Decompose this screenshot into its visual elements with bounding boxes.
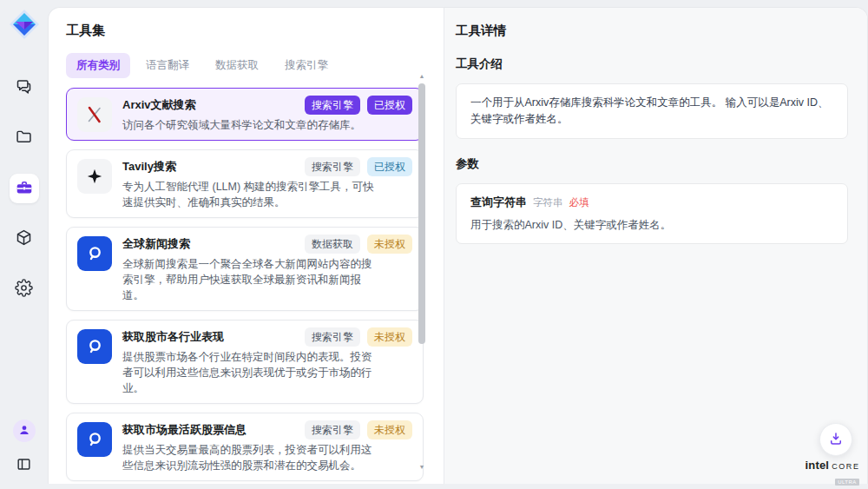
download-icon — [828, 431, 844, 449]
param-description: 用于搜索的Arxiv ID、关键字或作者姓名。 — [470, 218, 833, 233]
rail-bottom — [13, 420, 36, 477]
tab-search-engine[interactable]: 搜索引擎 — [274, 53, 339, 78]
tool-card-arxiv[interactable]: Arxiv文献搜索 搜索引擎 已授权 访问各个研究领域大量科学论文和文章的存储库… — [66, 88, 424, 141]
detail-title: 工具详情 — [456, 23, 848, 39]
app-logo — [9, 9, 40, 40]
download-button[interactable] — [819, 423, 852, 456]
scroll-up-icon[interactable]: ▲ — [417, 72, 427, 81]
category-badge: 数据获取 — [305, 235, 360, 254]
category-badge: 搜索引擎 — [305, 327, 360, 347]
search-icon — [77, 236, 112, 271]
tab-data-acquisition[interactable]: 数据获取 — [205, 53, 269, 78]
search-icon — [77, 422, 112, 457]
param-type: 字符串 — [533, 196, 563, 209]
page-title: 工具集 — [66, 23, 444, 39]
settings-nav-button[interactable] — [10, 274, 39, 304]
tool-title: 获取市场最活跃股票信息 — [122, 420, 247, 437]
tool-description: 访问各个研究领域大量科学论文和文章的存储库。 — [122, 117, 376, 133]
cube-icon — [15, 228, 33, 249]
auth-status-badge: 已授权 — [367, 96, 412, 115]
main-panel: 工具集 所有类别 语言翻译 数据获取 搜索引擎 Arxiv文献搜索 — [48, 7, 868, 484]
scroll-down-icon[interactable]: ▼ — [417, 463, 427, 472]
auth-status-badge: 未授权 — [367, 420, 412, 439]
files-nav-button[interactable] — [10, 123, 39, 153]
tool-card-global-news[interactable]: 全球新闻搜索 数据获取 未授权 全球新闻搜索是一个聚合全球各大新闻网站内容的搜索… — [66, 227, 424, 311]
tool-list-panel: 工具集 所有类别 语言翻译 数据获取 搜索引擎 Arxiv文献搜索 — [49, 8, 444, 484]
tool-card-active-stocks[interactable]: 获取市场最活跃股票信息 搜索引擎 未授权 提供当天交易量最高的股票列表，投资者可… — [66, 413, 424, 481]
tool-card-tavily[interactable]: Tavily搜索 搜索引擎 已授权 专为人工智能代理 (LLM) 构建的搜索引擎… — [66, 149, 424, 218]
params-heading: 参数 — [456, 156, 848, 172]
arxiv-icon — [77, 97, 112, 132]
tool-card-list: Arxiv文献搜索 搜索引擎 已授权 访问各个研究领域大量科学论文和文章的存储库… — [66, 88, 424, 484]
category-badge: 搜索引擎 — [305, 96, 360, 115]
search-icon — [77, 329, 112, 364]
core-wordmark: core — [832, 459, 859, 472]
auth-status-badge: 未授权 — [367, 235, 412, 254]
tool-description: 提供当天交易量最高的股票列表，投资者可以利用这些信息来识别流动性强的股票和潜在的… — [122, 442, 376, 473]
intro-text: 一个用于从Arxiv存储库搜索科学论文和文章的工具。 输入可以是Arxiv ID… — [470, 95, 833, 128]
tool-title: Arxiv文献搜索 — [122, 96, 196, 112]
intro-card: 一个用于从Arxiv存储库搜索科学论文和文章的工具。 输入可以是Arxiv ID… — [456, 83, 848, 139]
tool-description: 专为人工智能代理 (LLM) 构建的搜索引擎工具，可快速提供实时、准确和真实的结… — [122, 179, 376, 210]
auth-status-badge: 已授权 — [367, 157, 412, 176]
star-icon — [77, 159, 112, 194]
intel-wordmark: intel — [805, 459, 829, 472]
category-tabs: 所有类别 语言翻译 数据获取 搜索引擎 — [66, 53, 444, 78]
models-nav-button[interactable] — [10, 224, 39, 254]
tool-title: Tavily搜索 — [122, 157, 176, 174]
avatar-icon — [17, 423, 31, 439]
rail-nav — [10, 73, 39, 304]
toolbox-icon — [15, 178, 34, 200]
tab-all-categories[interactable]: 所有类别 — [66, 53, 130, 78]
folder-icon — [15, 128, 33, 149]
list-scrollbar[interactable]: ▲ ▼ — [417, 72, 427, 472]
chat-icon — [15, 77, 33, 98]
intro-heading: 工具介绍 — [456, 56, 848, 72]
parameter-card: 查询字符串 字符串 必填 用于搜索的Arxiv ID、关键字或作者姓名。 — [456, 183, 848, 244]
category-badge: 搜索引擎 — [305, 157, 360, 176]
param-name: 查询字符串 — [470, 195, 527, 210]
tool-card-sector-performance[interactable]: 获取股市各行业表现 搜索引擎 未授权 提供股票市场各个行业在特定时间段内的表现。… — [66, 320, 424, 404]
tool-description: 全球新闻搜索是一个聚合全球各大新闻网站内容的搜索引擎，帮助用户快速获取全球最新资… — [122, 256, 376, 303]
collapse-panel-button[interactable] — [13, 454, 36, 477]
auth-status-badge: 未授权 — [367, 327, 412, 347]
param-required-label: 必填 — [569, 196, 589, 209]
ultra-badge: ULTRA — [835, 479, 859, 486]
left-rail — [0, 0, 48, 489]
toolbox-nav-button[interactable] — [10, 174, 39, 203]
user-avatar[interactable] — [13, 420, 36, 442]
tool-title: 获取股市各行业表现 — [122, 327, 224, 344]
tool-detail-panel: 工具详情 工具介绍 一个用于从Arxiv存储库搜索科学论文和文章的工具。 输入可… — [444, 8, 867, 484]
tab-language-translation[interactable]: 语言翻译 — [135, 53, 200, 78]
category-badge: 搜索引擎 — [305, 420, 360, 439]
gear-icon — [15, 279, 33, 300]
panel-collapse-icon — [16, 456, 32, 475]
intel-core-logo: intel core ULTRA — [806, 459, 859, 487]
scrollbar-thumb[interactable] — [418, 83, 425, 344]
tool-description: 提供股票市场各个行业在特定时间段内的表现。投资者可以利用这些信息来识别表现优于或… — [122, 349, 376, 396]
tool-title: 全球新闻搜索 — [122, 235, 190, 251]
chat-nav-button[interactable] — [10, 73, 39, 102]
